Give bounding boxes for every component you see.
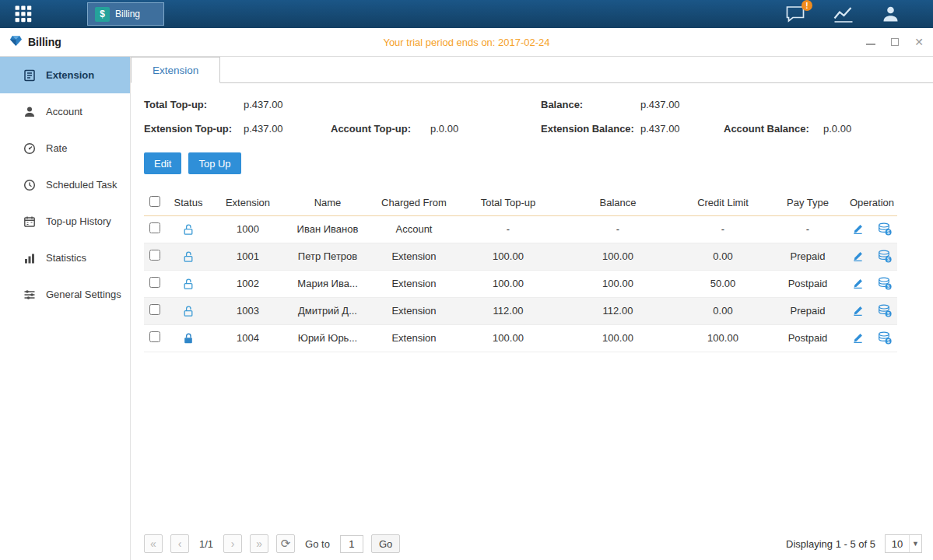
table-row[interactable]: 1003 Дмитрий Д... Extension 112.00 112.0…: [144, 297, 897, 324]
svg-text:$: $: [887, 284, 890, 289]
close-icon[interactable]: ✕: [914, 37, 924, 47]
last-page-icon[interactable]: »: [250, 534, 268, 553]
top-up-button[interactable]: Top Up: [188, 152, 240, 174]
sidebar-item-statistics[interactable]: Statistics: [0, 240, 130, 276]
notifications-icon[interactable]: !: [785, 5, 806, 23]
sidebar-item-topup-history[interactable]: Top-up History: [0, 203, 130, 240]
topup-row-icon[interactable]: $: [878, 331, 892, 345]
billing-app-tab[interactable]: $ Billing: [87, 2, 164, 26]
cell-pay-type: Prepaid: [769, 297, 847, 324]
header-name: Name: [285, 190, 370, 215]
cell-name: Иван Иванов: [285, 215, 370, 243]
header-operation: Operation: [847, 190, 897, 215]
top-navigation-bar: $ Billing !: [0, 0, 933, 28]
row-checkbox[interactable]: [149, 331, 160, 342]
prev-page-icon[interactable]: ‹: [170, 534, 189, 553]
first-page-icon[interactable]: «: [144, 534, 163, 553]
action-buttons: Edit Top Up: [144, 152, 933, 174]
extension-icon: [23, 69, 36, 82]
sidebar-item-label: Statistics: [46, 252, 86, 264]
edit-row-icon[interactable]: [852, 250, 864, 262]
goto-page-input[interactable]: [340, 535, 363, 553]
tab-extension[interactable]: Extension: [131, 57, 220, 83]
page-indicator: 1/1: [199, 538, 213, 550]
pagination-bar: « ‹ 1/1 › » ⟳ Go to Go Displaying 1 - 5 …: [144, 534, 922, 553]
locked-icon: [183, 333, 195, 345]
extensions-table: Status Extension Name Charged From Total…: [144, 190, 897, 352]
reports-chart-icon[interactable]: [833, 5, 854, 23]
topup-row-icon[interactable]: $: [878, 222, 892, 236]
clock-icon: [23, 179, 36, 191]
cell-extension: 1003: [211, 297, 285, 324]
edit-button[interactable]: Edit: [144, 152, 181, 174]
cell-credit-limit: 0.00: [677, 297, 769, 324]
page-size-select[interactable]: 10 ▼: [885, 534, 922, 553]
sidebar: Extension Account Rate Scheduled Task To…: [0, 57, 131, 560]
row-checkbox[interactable]: [149, 304, 160, 315]
edit-row-icon[interactable]: [852, 332, 864, 344]
table-row[interactable]: 1002 Мария Ива... Extension 100.00 100.0…: [144, 270, 897, 297]
chevron-down-icon: ▼: [909, 535, 921, 552]
header-balance: Balance: [559, 190, 677, 215]
settings-sliders-icon: [23, 289, 36, 301]
sidebar-item-label: Extension: [46, 69, 94, 81]
edit-row-icon[interactable]: [852, 305, 864, 317]
topup-row-icon[interactable]: $: [878, 304, 892, 317]
tab-strip: Extension: [131, 57, 933, 83]
table-row[interactable]: 1004 Юрий Юрь... Extension 100.00 100.00…: [144, 324, 897, 352]
refresh-icon[interactable]: ⟳: [276, 534, 295, 553]
edit-row-icon[interactable]: [852, 223, 864, 235]
sidebar-item-scheduled-task[interactable]: Scheduled Task: [0, 166, 130, 203]
user-account-icon[interactable]: [881, 5, 900, 23]
topup-row-icon[interactable]: $: [878, 277, 892, 290]
cell-total-topup: 100.00: [458, 324, 559, 352]
next-page-icon[interactable]: ›: [223, 534, 242, 553]
cell-extension: 1001: [211, 243, 285, 270]
cell-extension: 1004: [211, 324, 285, 352]
table-row[interactable]: 1001 Петр Петров Extension 100.00 100.00…: [144, 243, 897, 270]
row-checkbox[interactable]: [149, 250, 160, 261]
notification-badge: !: [801, 0, 812, 11]
summary-total-topup: Total Top-up:p.437.00: [144, 99, 331, 110]
cell-charged-from: Account: [370, 215, 458, 243]
edit-row-icon[interactable]: [852, 278, 864, 289]
sidebar-item-account[interactable]: Account: [0, 93, 130, 130]
cell-balance: 112.00: [559, 297, 677, 324]
cell-credit-limit: -: [677, 215, 769, 243]
cell-extension: 1000: [211, 215, 285, 243]
select-all-checkbox[interactable]: [149, 196, 160, 207]
cell-credit-limit: 100.00: [677, 324, 769, 352]
cell-total-topup: 100.00: [458, 270, 559, 297]
cell-credit-limit: 0.00: [677, 243, 769, 270]
go-button[interactable]: Go: [371, 534, 400, 553]
maximize-icon[interactable]: [891, 38, 899, 46]
cell-extension: 1002: [211, 270, 285, 297]
header-total-topup: Total Top-up: [458, 190, 559, 215]
dollar-icon: $: [95, 7, 110, 22]
unlocked-icon: [183, 224, 195, 236]
sidebar-item-extension[interactable]: Extension: [0, 57, 130, 93]
cell-total-topup: -: [458, 215, 559, 243]
sidebar-item-label: Rate: [46, 142, 67, 154]
cell-balance: 100.00: [559, 324, 677, 352]
sidebar-item-general-settings[interactable]: General Settings: [0, 276, 130, 313]
summary-balance: Balance:p.437.00: [541, 99, 724, 110]
row-checkbox[interactable]: [149, 222, 160, 233]
app-launcher-icon[interactable]: [0, 5, 47, 23]
displaying-text: Displaying 1 - 5 of 5: [786, 538, 875, 550]
svg-text:$: $: [887, 257, 890, 262]
page-size-value: 10: [886, 538, 909, 550]
sidebar-item-rate[interactable]: Rate: [0, 130, 130, 166]
rate-icon: [23, 142, 36, 155]
header-extension: Extension: [211, 190, 285, 215]
header-pay-type: Pay Type: [769, 190, 847, 215]
table-row[interactable]: 1000 Иван Иванов Account - - - - $: [144, 215, 897, 243]
cell-charged-from: Extension: [370, 297, 458, 324]
cell-balance: 100.00: [559, 243, 677, 270]
cell-charged-from: Extension: [370, 243, 458, 270]
row-checkbox[interactable]: [149, 277, 160, 288]
topup-row-icon[interactable]: $: [878, 250, 892, 263]
summary-extension-balance: Extension Balance:p.437.00: [541, 123, 724, 135]
billing-gem-icon: [9, 35, 23, 49]
minimize-icon[interactable]: [866, 39, 875, 45]
